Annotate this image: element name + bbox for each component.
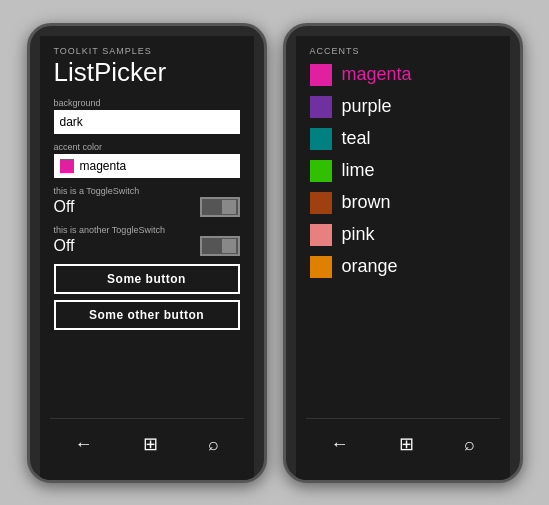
accent-item-teal[interactable]: teal <box>310 128 496 150</box>
phone-1-subtitle: TOOLKIT SAMPLES <box>54 46 240 56</box>
back-icon[interactable]: ← <box>75 434 93 455</box>
home-icon-2[interactable]: ⊞ <box>399 433 414 455</box>
toggle-2-switch[interactable] <box>200 236 240 256</box>
accent-name-orange: orange <box>342 256 398 277</box>
accent-item-purple[interactable]: purple <box>310 96 496 118</box>
toggle-1-switch[interactable] <box>200 197 240 217</box>
accent-item-magenta[interactable]: magenta <box>310 64 496 86</box>
background-input[interactable]: dark <box>54 110 240 134</box>
phone-1-content: TOOLKIT SAMPLES ListPicker background da… <box>40 36 254 418</box>
background-label: background <box>54 98 240 108</box>
search-icon[interactable]: ⌕ <box>208 434 219 455</box>
some-other-button[interactable]: Some other button <box>54 300 240 330</box>
phone-1-screen: TOOLKIT SAMPLES ListPicker background da… <box>40 36 254 480</box>
accent-block-orange <box>310 256 332 278</box>
accent-block-magenta <box>310 64 332 86</box>
accent-block-pink <box>310 224 332 246</box>
accent-name-purple: purple <box>342 96 392 117</box>
accent-item-orange[interactable]: orange <box>310 256 496 278</box>
accent-block-teal <box>310 128 332 150</box>
accent-item-brown[interactable]: brown <box>310 192 496 214</box>
accent-label: accent color <box>54 142 240 152</box>
accent-swatch <box>60 159 74 173</box>
phone-1-nav: ← ⊞ ⌕ <box>50 418 244 470</box>
phone-2: ACCENTS magenta purple teal lime brown <box>283 23 523 483</box>
toggle-1-label: this is a ToggleSwitch <box>54 186 240 196</box>
phone-2-content: ACCENTS magenta purple teal lime brown <box>296 36 510 418</box>
some-button[interactable]: Some button <box>54 264 240 294</box>
accent-item-pink[interactable]: pink <box>310 224 496 246</box>
toggle-2-row: this is another ToggleSwitch Off <box>54 225 240 256</box>
toggle-1-row: this is a ToggleSwitch Off <box>54 186 240 217</box>
accent-name-teal: teal <box>342 128 371 149</box>
accent-item-lime[interactable]: lime <box>310 160 496 182</box>
toggle-2-thumb <box>222 239 236 253</box>
accent-name-magenta: magenta <box>342 64 412 85</box>
background-value: dark <box>60 115 83 129</box>
toggle-2-state: Off <box>54 237 75 255</box>
accent-input[interactable]: magenta <box>54 154 240 178</box>
accent-block-brown <box>310 192 332 214</box>
toggle-2-state-row: Off <box>54 236 240 256</box>
accent-name-lime: lime <box>342 160 375 181</box>
phone-1: TOOLKIT SAMPLES ListPicker background da… <box>27 23 267 483</box>
toggle-1-state: Off <box>54 198 75 216</box>
phone-2-nav: ← ⊞ ⌕ <box>306 418 500 470</box>
search-icon-2[interactable]: ⌕ <box>464 434 475 455</box>
toggle-1-state-row: Off <box>54 197 240 217</box>
accent-name-pink: pink <box>342 224 375 245</box>
accent-block-purple <box>310 96 332 118</box>
phone-2-screen: ACCENTS magenta purple teal lime brown <box>296 36 510 480</box>
accent-block-lime <box>310 160 332 182</box>
phone-1-title: ListPicker <box>54 58 240 87</box>
home-icon[interactable]: ⊞ <box>143 433 158 455</box>
accent-name-brown: brown <box>342 192 391 213</box>
toggle-1-thumb <box>222 200 236 214</box>
accent-value: magenta <box>80 159 127 173</box>
accents-subtitle: ACCENTS <box>310 46 496 56</box>
back-icon-2[interactable]: ← <box>331 434 349 455</box>
toggle-2-label: this is another ToggleSwitch <box>54 225 240 235</box>
